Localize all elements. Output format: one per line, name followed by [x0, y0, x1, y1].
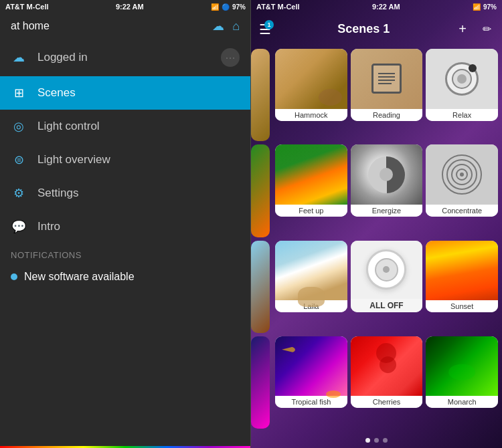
cherries-image	[351, 336, 423, 397]
status-bar-left: AT&T M-Cell 9:22 AM 📶 🔵 97%	[0, 0, 251, 13]
edit-scenes-button[interactable]: ✏	[480, 20, 494, 38]
scene-laila[interactable]: Laila	[275, 241, 347, 313]
scene-monarch[interactable]: Monarch	[426, 336, 498, 409]
feetup-image	[275, 144, 347, 205]
sidebar-item-scenes[interactable]: ⊞ Scenes	[0, 76, 250, 110]
left-panel: AT&T M-Cell 9:22 AM 📶 🔵 97% at home ☁ ⌂ …	[0, 0, 251, 448]
sidebar-item-light-overview[interactable]: ⊜ Light overview	[0, 143, 250, 177]
time-right: 9:22 AM	[372, 3, 400, 11]
more-button[interactable]: ···	[221, 48, 240, 67]
alloff-image	[351, 241, 423, 300]
user-label: Logged in	[37, 51, 88, 64]
wifi-icon-right: 📶	[473, 3, 481, 11]
monarch-image	[426, 336, 498, 397]
reading-image	[351, 49, 423, 109]
home-icon[interactable]: ⌂	[232, 19, 240, 33]
add-scene-button[interactable]: +	[456, 19, 469, 39]
header-icons: ☁ ⌂	[212, 19, 240, 33]
scenes-grid: Hammock Reading	[271, 47, 502, 430]
sunset-image	[426, 241, 498, 301]
hammock-label: Hammock	[275, 109, 347, 121]
laila-image	[275, 241, 347, 301]
cloud-icon[interactable]: ☁	[212, 19, 224, 33]
scene-reading[interactable]: Reading	[351, 49, 423, 121]
status-icons-left: 📶 🔵 97%	[211, 3, 246, 11]
scene-hammock[interactable]: Hammock	[275, 49, 347, 121]
sidebar-item-light-control[interactable]: ◎ Light control	[0, 110, 250, 143]
dot-2[interactable]	[374, 438, 379, 443]
status-icons-right: 📶 97%	[473, 3, 497, 11]
header-actions: + ✏	[456, 19, 494, 39]
partial-card-3	[251, 241, 270, 333]
scenes-label: Scenes	[37, 86, 76, 100]
bluetooth-icon: 🔵	[222, 3, 230, 11]
notification-dot	[11, 273, 17, 280]
status-bar-right: AT&T M-Cell 9:22 AM 📶 97%	[251, 0, 502, 13]
at-home-title: at home	[11, 20, 50, 32]
sidebar-item-settings[interactable]: ⚙ Settings	[0, 177, 250, 210]
left-header: at home ☁ ⌂	[0, 13, 250, 39]
carrier-left: AT&T M-Cell	[5, 3, 49, 11]
scenes-grid-wrapper: Hammock Reading	[251, 45, 502, 433]
cherries-label: Cherries	[351, 396, 423, 408]
right-panel: AT&T M-Cell 9:22 AM 📶 97% ☰ 1 Scenes 1 +…	[251, 0, 502, 448]
alloff-label: ALL OFF	[351, 299, 423, 312]
feetup-label: Feet up	[275, 205, 347, 217]
more-dots: ···	[225, 51, 235, 65]
monarch-label: Monarch	[426, 396, 498, 408]
intro-icon: 💬	[11, 219, 27, 234]
light-control-icon: ◎	[11, 119, 27, 134]
energize-image	[351, 144, 423, 205]
scene-cherries[interactable]: Cherries	[351, 336, 423, 409]
time-left: 9:22 AM	[116, 3, 144, 11]
right-header: ☰ 1 Scenes 1 + ✏	[251, 13, 502, 45]
scenes-icon: ⊞	[11, 86, 27, 100]
partial-card-1	[251, 49, 270, 141]
scene-tropical[interactable]: Tropical fish	[275, 336, 347, 409]
partial-card-4	[251, 336, 270, 429]
user-item[interactable]: ☁ Logged in ···	[0, 39, 250, 76]
user-icon: ☁	[11, 50, 27, 65]
notification-item[interactable]: New software available	[0, 264, 250, 290]
reading-label: Reading	[351, 109, 423, 121]
scene-sunset[interactable]: Sunset	[426, 241, 498, 313]
light-control-label: Light control	[37, 120, 100, 133]
intro-label: Intro	[37, 220, 60, 233]
carrier-right: AT&T M-Cell	[256, 3, 300, 11]
settings-icon: ⚙	[11, 186, 27, 201]
tropical-label: Tropical fish	[275, 396, 347, 408]
notification-text: New software available	[24, 271, 135, 283]
wifi-icon: 📶	[211, 3, 219, 11]
partial-card-2	[251, 144, 270, 237]
notifications-heading: Notifications	[0, 243, 250, 264]
scene-alloff[interactable]: ALL OFF	[351, 241, 423, 313]
concentrate-label: Concentrate	[426, 205, 498, 217]
sunset-label: Sunset	[426, 300, 498, 312]
light-overview-label: Light overview	[37, 153, 110, 166]
battery-left: 97%	[232, 3, 246, 11]
battery-right: 97%	[483, 3, 497, 11]
scene-energize[interactable]: Energize	[351, 144, 423, 217]
dot-1[interactable]	[365, 438, 370, 443]
light-overview-icon: ⊜	[11, 152, 27, 167]
tropical-image	[275, 336, 347, 397]
settings-label: Settings	[37, 187, 78, 200]
scenes-title: Scenes 1	[337, 22, 390, 36]
menu-button[interactable]: ☰ 1	[259, 21, 271, 37]
menu-badge: 1	[264, 20, 274, 29]
partial-strip	[251, 47, 271, 430]
scene-concentrate[interactable]: Concentrate	[426, 144, 498, 217]
scene-feetup[interactable]: Feet up	[275, 144, 347, 217]
scene-relax[interactable]: Relax	[426, 49, 498, 121]
energize-label: Energize	[351, 205, 423, 217]
pagination-dots	[251, 433, 502, 448]
dot-3[interactable]	[383, 438, 388, 443]
sidebar-item-intro[interactable]: 💬 Intro	[0, 210, 250, 243]
hammock-image	[275, 49, 347, 109]
concentrate-image	[426, 144, 498, 205]
relax-label: Relax	[426, 109, 498, 121]
relax-image	[426, 49, 498, 109]
